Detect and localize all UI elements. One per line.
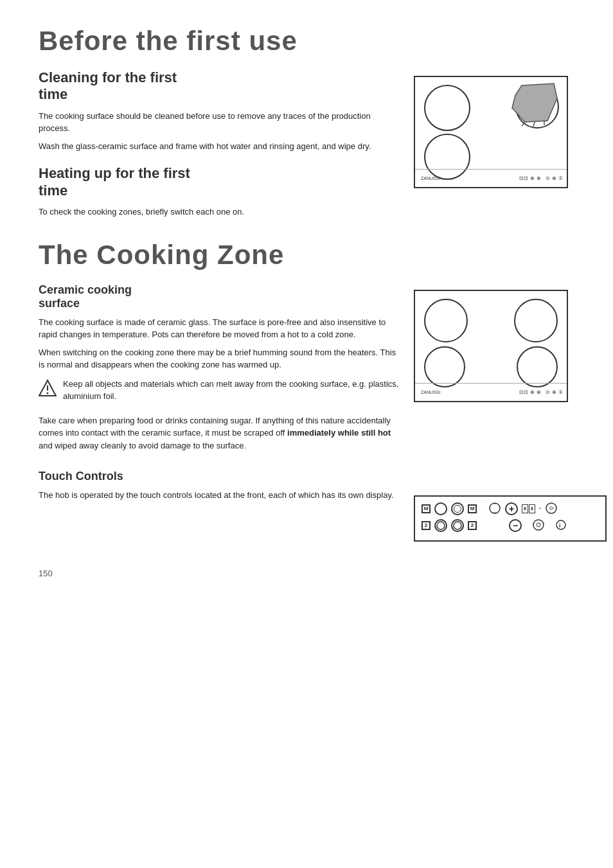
warning-icon (39, 379, 57, 401)
burner-tl (424, 85, 470, 131)
tc-c4 (451, 519, 464, 532)
ceramic-para-2: When switching on the cooking zone there… (39, 346, 401, 371)
burner2-tl (424, 299, 468, 342)
touch-controls-text: The hob is operated by the touch control… (39, 489, 401, 507)
tc-sym2 (545, 502, 558, 516)
tc-c1 (434, 502, 447, 515)
cooking-zone-section: The Cooking Zone (39, 240, 581, 270)
tc-sq4: 2 (468, 521, 477, 530)
svg-line-2 (533, 122, 535, 127)
tc-sq2: M (468, 504, 477, 513)
tc-sym4: i (555, 519, 567, 532)
svg-point-13 (533, 520, 544, 530)
cleaning-para-2: Wash the glass-ceramic surface and frame… (39, 140, 401, 153)
burner2-tr (514, 299, 558, 342)
warning-block: Keep all objects and materials which can… (39, 378, 401, 408)
warning-text: Keep all objects and materials which can… (63, 378, 401, 403)
ceramic-section: Ceramic cookingsurface The cooking surfa… (39, 283, 401, 457)
tc-c2 (451, 502, 464, 515)
tc-row-2: 2 2 − (422, 518, 599, 533)
tc-row-1: M M + 8 (422, 502, 599, 516)
tc-minus: − (509, 519, 522, 532)
svg-point-6 (47, 392, 49, 394)
svg-line-1 (522, 122, 525, 126)
svg-point-11 (437, 522, 445, 529)
svg-point-15 (556, 520, 565, 529)
svg-text:i: i (559, 522, 561, 529)
cleaning-title: Cleaning for the firsttime (39, 69, 401, 103)
heating-para-1: To check the cooking zones, briefly swit… (39, 206, 401, 218)
diagram-2-controls: ZANUSSI ⊡⊡ ⊕ ⊕ ⊙ ⊕ ① (415, 383, 567, 401)
tc-dot-sep: · (539, 505, 541, 512)
burner2-bl (424, 346, 465, 387)
touch-controls-section: Touch Controls The hob is operated by th… (39, 470, 581, 542)
tc-sym1 (488, 502, 501, 516)
cleaning-section: Cleaning for the firsttime The cooking s… (39, 69, 401, 224)
touch-controls-diagram: M M + 8 (414, 495, 607, 542)
tc-segment-display: 8 8 (522, 504, 535, 513)
touch-para-1: The hob is operated by the touch control… (39, 489, 401, 502)
cooking-zone-title: The Cooking Zone (39, 240, 581, 270)
touch-controls-diagram-container: M M + 8 (414, 489, 581, 542)
tc-sq3: 2 (422, 521, 431, 530)
svg-marker-0 (512, 84, 557, 122)
svg-point-7 (490, 503, 500, 513)
diagram-label-left: ZANUSSI (421, 176, 440, 181)
diagram-ceramic: ZANUSSI ⊡⊡ ⊕ ⊕ ⊙ ⊕ ① (414, 290, 568, 402)
ceramic-title: Ceramic cookingsurface (39, 283, 401, 311)
tc-sym3 (532, 518, 545, 533)
page-title: Before the first use (39, 26, 581, 57)
touch-controls-title: Touch Controls (39, 470, 581, 484)
diagram-cleaning: ZANUSSI ⊡⊡ ⊕ ⊕ ⊙ ⊕ ① (414, 76, 568, 188)
svg-point-12 (454, 522, 461, 529)
diagram-2-container: ZANUSSI ⊡⊡ ⊕ ⊕ ⊙ ⊕ ① (414, 283, 581, 457)
page-number: 150 (39, 567, 581, 580)
cleaning-para-1: The cooking surface should be cleaned be… (39, 110, 401, 135)
hand-wiping (509, 82, 560, 127)
tc-plus: + (505, 502, 518, 515)
tc-sq1: M (422, 504, 431, 513)
ceramic-para-1: The cooking surface is made of ceramic g… (39, 316, 401, 341)
svg-point-10 (546, 503, 556, 513)
diagram-1-controls: ZANUSSI ⊡⊡ ⊕ ⊕ ⊙ ⊕ ① (415, 169, 567, 187)
tc-c3 (434, 519, 447, 532)
diagram-1-container: ZANUSSI ⊡⊡ ⊕ ⊕ ⊙ ⊕ ① (414, 69, 581, 224)
burner2-br (517, 346, 558, 387)
heating-title: Heating up for the firsttime (39, 165, 401, 199)
ceramic-extra-para: Take care when preparing food or drinks … (39, 414, 401, 452)
svg-point-14 (537, 523, 540, 527)
bold-text: immediately while still hot (287, 428, 391, 438)
